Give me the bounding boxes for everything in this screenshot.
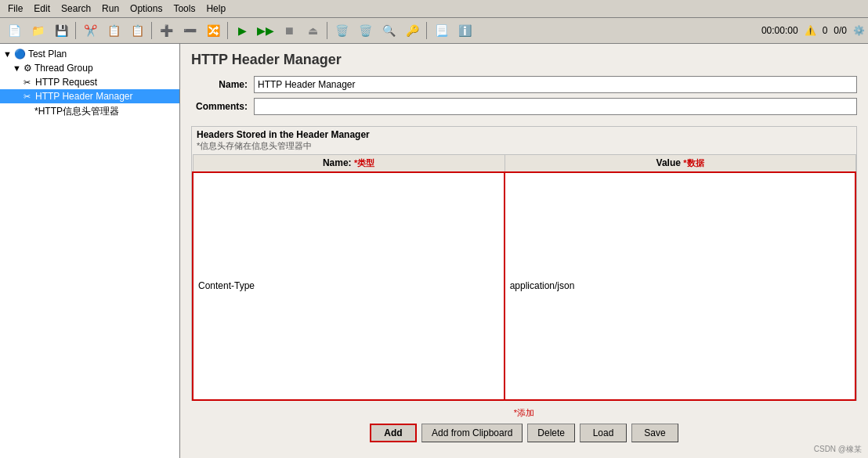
toolbar-clear-all[interactable]: 🗑️ — [354, 20, 376, 41]
delete-button[interactable]: Delete — [527, 424, 575, 442]
toolbar-paste[interactable]: 📋 — [126, 20, 148, 41]
sidebar-item-info-label: *HTTP信息头管理器 — [0, 103, 179, 120]
toolbar-save[interactable]: 💾 — [50, 20, 72, 41]
section-subtitle: *信息头存储在信息头管理器中 — [192, 140, 856, 154]
toolbar-sep-2 — [151, 22, 152, 39]
button-row: Add Add from Clipboard Delete Load Save — [370, 424, 678, 442]
toolbar-sep-1 — [75, 22, 76, 39]
sidebar-label-test-plan: Test Plan — [28, 49, 67, 60]
toolbar-time-area: 00:00:00 ⚠️ 0 0/0 ⚙️ — [761, 25, 865, 36]
section-title: Headers Stored in the Header Manager — [192, 127, 856, 140]
menu-bar: File Edit Search Run Options Tools Help — [0, 0, 868, 18]
menu-options[interactable]: Options — [125, 2, 167, 16]
toolbar-toggle[interactable]: 🔀 — [202, 20, 224, 41]
name-input[interactable] — [254, 76, 857, 93]
sidebar-item-thread-group[interactable]: ▼ ⚙ Thread Group — [0, 61, 179, 75]
sidebar-item-http-request[interactable]: ✂ HTTP Request — [0, 75, 179, 89]
col-value-header: Value *数据 — [505, 155, 855, 172]
tree-icon-tg: ⚙ — [24, 63, 32, 74]
watermark: CSDN @橡某 — [814, 444, 862, 455]
expand-icon-tg: ▼ — [13, 63, 21, 73]
content-area: HTTP Header Manager Name: Comments: Head… — [180, 44, 868, 458]
menu-file[interactable]: File — [3, 2, 27, 16]
menu-tools[interactable]: Tools — [168, 2, 200, 16]
cell-name[interactable]: Content-Type — [193, 172, 505, 400]
tree-icon-hhm: ✂ — [24, 92, 31, 102]
main-layout: ▼ 🔵 Test Plan ▼ ⚙ Thread Group ✂ HTTP Re… — [0, 44, 868, 458]
add-button[interactable]: Add — [370, 424, 417, 442]
expand-icon: ▼ — [3, 49, 12, 59]
name-row: Name: — [191, 76, 857, 93]
toolbar-sep-4 — [327, 22, 327, 39]
toolbar-shutdown[interactable]: ⏏ — [302, 20, 324, 41]
toolbar-open[interactable]: 📁 — [27, 20, 49, 41]
tree-icon-plan: 🔵 — [14, 49, 26, 60]
settings-icon[interactable]: ⚙️ — [853, 25, 865, 36]
name-label: Name: — [191, 79, 254, 90]
warning-icon: ⚠️ — [805, 25, 816, 36]
menu-run[interactable]: Run — [97, 2, 124, 16]
toolbar-copy[interactable]: 📋 — [103, 20, 125, 41]
tree-icon-req: ✂ — [24, 78, 31, 88]
toolbar-sep-5 — [426, 22, 427, 39]
menu-search[interactable]: Search — [56, 2, 96, 16]
sidebar-label-info: *HTTP信息头管理器 — [34, 105, 119, 118]
toolbar-remove[interactable]: ➖ — [179, 20, 201, 41]
comments-row: Comments: — [191, 98, 857, 115]
toolbar-sep-3 — [227, 22, 228, 39]
table-row[interactable]: Content-Type application/json — [193, 172, 855, 400]
header-section: Headers Stored in the Header Manager *信息… — [191, 126, 857, 401]
toolbar-clear[interactable]: 🗑️ — [331, 20, 353, 41]
timer-display: 00:00:00 — [761, 25, 798, 36]
toolbar-new[interactable]: 📄 — [3, 20, 25, 41]
toolbar-search[interactable]: 🔍 — [378, 20, 400, 41]
cell-value[interactable]: application/json — [505, 172, 855, 400]
toolbar-cut[interactable]: ✂️ — [79, 20, 101, 41]
toolbar: 📄 📁 💾 ✂️ 📋 📋 ➕ ➖ 🔀 ▶ ▶▶ ⏹ ⏏ 🗑️ 🗑️ 🔍 🔑 📃 … — [0, 18, 868, 44]
toolbar-list[interactable]: 📃 — [430, 20, 452, 41]
col-name-header: Name: *类型 — [193, 155, 505, 172]
menu-help[interactable]: Help — [201, 2, 230, 16]
bottom-bar: *添加 Add Add from Clipboard Delete Load S… — [191, 401, 857, 450]
toolbar-stop[interactable]: ⏹ — [278, 20, 300, 41]
page-title: HTTP Header Manager — [191, 52, 857, 68]
menu-edit[interactable]: Edit — [29, 2, 55, 16]
add-label: *添加 — [514, 407, 534, 419]
comments-input[interactable] — [254, 98, 857, 115]
save-button[interactable]: Save — [631, 424, 678, 442]
toolbar-template[interactable]: 🔑 — [401, 20, 423, 41]
sidebar-item-http-header-manager[interactable]: ✂ HTTP Header Manager — [0, 89, 179, 103]
sidebar-label-http-request: HTTP Request — [35, 77, 97, 88]
toolbar-start-no-pause[interactable]: ▶▶ — [255, 20, 277, 41]
headers-table: Name: *类型 Value *数据 Content-Type applica… — [192, 154, 856, 400]
sidebar-item-test-plan[interactable]: ▼ 🔵 Test Plan — [0, 47, 179, 61]
load-button[interactable]: Load — [580, 424, 627, 442]
sidebar-label-http-header-manager: HTTP Header Manager — [35, 91, 133, 102]
comments-label: Comments: — [191, 101, 254, 112]
add-from-clipboard-button[interactable]: Add from Clipboard — [421, 424, 523, 442]
sidebar-label-thread-group: Thread Group — [34, 63, 93, 74]
toolbar-add[interactable]: ➕ — [155, 20, 177, 41]
toolbar-start[interactable]: ▶ — [231, 20, 253, 41]
warning-count: 0 — [823, 25, 828, 36]
error-count: 0/0 — [834, 25, 847, 36]
toolbar-help[interactable]: ℹ️ — [454, 20, 476, 41]
sidebar: ▼ 🔵 Test Plan ▼ ⚙ Thread Group ✂ HTTP Re… — [0, 44, 180, 458]
